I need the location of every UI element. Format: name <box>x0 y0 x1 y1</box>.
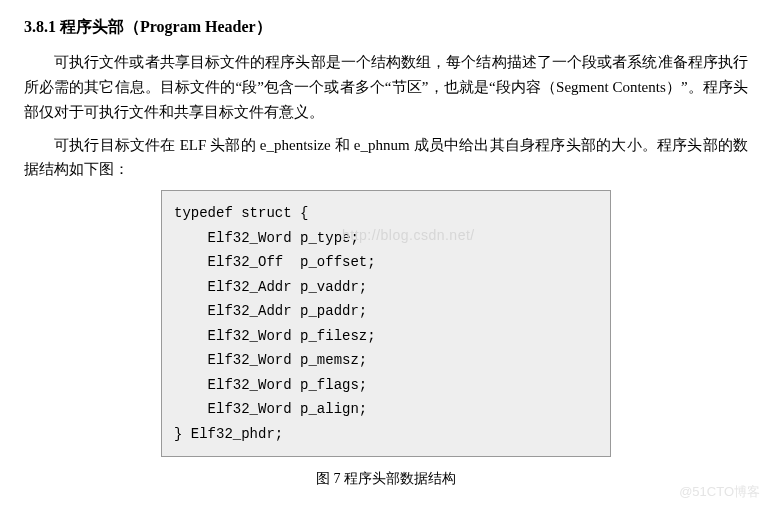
body-paragraph-1: 可执行文件或者共享目标文件的程序头部是一个结构数组，每个结构描述了一个段或者系统… <box>24 50 748 124</box>
code-block-wrapper: http://blog.csdn.net/typedef struct { El… <box>24 190 748 457</box>
section-heading: 3.8.1 程序头部（Program Header） <box>24 14 748 40</box>
code-watermark: http://blog.csdn.net/ <box>342 223 475 248</box>
figure-caption: 图 7 程序头部数据结构 <box>24 467 748 490</box>
body-paragraph-2: 可执行目标文件在 ELF 头部的 e_phentsize 和 e_phnum 成… <box>24 133 748 183</box>
corner-watermark: @51CTO博客 <box>679 481 760 502</box>
code-block: http://blog.csdn.net/typedef struct { El… <box>161 190 611 457</box>
